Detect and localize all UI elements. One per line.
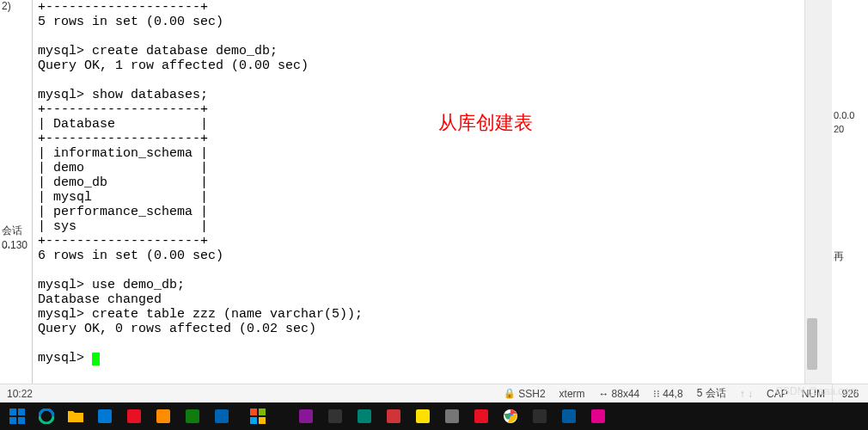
right-frag-3: 再 [834,249,844,264]
svg-rect-2 [9,417,16,424]
taskbar-windows-icon[interactable] [3,404,31,428]
svg-rect-16 [358,409,371,423]
svg-rect-0 [9,408,16,415]
taskbar-app-red2-icon[interactable] [380,404,407,428]
svg-rect-24 [562,409,576,423]
lock-icon: 🔒 [504,388,516,399]
taskbar-app-red-icon[interactable] [120,404,148,428]
taskbar-app-pink-icon[interactable] [584,404,612,428]
resize-icon: ↔ [599,388,609,400]
position-icon: ⁝⁝ [653,388,660,400]
right-frag-1: 0.0.0 [834,110,854,120]
svg-rect-6 [127,409,141,423]
red-annotation: 从库创建表 [438,110,533,136]
taskbar-app-teal-icon[interactable] [351,404,378,428]
taskbar-app-multi-icon[interactable] [244,404,272,428]
taskbar-app-red3-icon[interactable] [468,404,495,428]
svg-rect-25 [591,409,605,423]
svg-rect-23 [533,409,547,423]
right-frag-2: 20 [834,124,844,134]
svg-rect-10 [250,408,257,415]
taskbar-vscode-icon[interactable] [91,404,119,428]
watermark: CSDN @aaa.com [775,385,858,397]
taskbar-app-dark-icon[interactable] [526,404,553,428]
left-fragment-panel: 2) 会话 ... 0.130 [0,0,33,387]
svg-rect-3 [18,417,25,424]
svg-rect-5 [98,409,112,423]
svg-rect-17 [387,409,400,423]
svg-rect-12 [250,417,257,424]
status-time: 10:22 [0,388,40,400]
svg-rect-19 [445,409,459,423]
svg-rect-18 [416,409,430,423]
left-frag-ip: 0.130 [2,239,28,251]
status-session: 5 会话 [690,386,733,401]
svg-rect-9 [215,409,229,423]
taskbar-edge-icon[interactable] [33,404,60,428]
left-frag-1: 2) [2,0,11,12]
taskbar-app-yellow-icon[interactable] [409,404,437,428]
taskbar-app-blue2-icon[interactable] [555,404,583,428]
taskbar-app-green-icon[interactable] [179,404,206,428]
status-ssh: 🔒SSH2 [497,388,552,400]
status-bar: 10:22 🔒SSH2 xterm ↔ 88x44 ⁝⁝ 44,8 5 会话 ↑… [0,384,832,402]
svg-rect-7 [156,409,170,423]
svg-rect-1 [18,408,25,415]
taskbar-app-purple-icon[interactable] [292,404,320,428]
scrollbar-thumb[interactable] [807,318,817,370]
svg-rect-11 [259,408,266,415]
svg-rect-13 [259,417,266,424]
svg-rect-8 [186,409,199,423]
status-arrows[interactable]: ↑ ↓ [733,388,760,400]
svg-rect-20 [474,409,488,423]
taskbar-terminal-icon[interactable] [321,404,349,428]
taskbar-app-blue-icon[interactable] [208,404,235,428]
taskbar-app-grey-icon[interactable] [438,404,466,428]
svg-rect-14 [299,409,313,423]
right-fragment-panel: 0.0.0 20 再 [832,0,868,387]
taskbar-folder-icon[interactable] [62,404,89,428]
status-pos: ⁝⁝ 44,8 [646,388,689,400]
status-size: ↔ 88x44 [592,388,647,400]
terminal-output[interactable]: +--------------------+ 5 rows in set (0.… [33,0,815,387]
windows-taskbar[interactable] [0,402,868,430]
taskbar-chrome-icon[interactable] [497,404,524,428]
taskbar-app-orange-icon[interactable] [150,404,177,428]
svg-rect-15 [328,409,342,423]
cursor [92,353,100,366]
status-term: xterm [553,388,592,400]
terminal-scrollbar[interactable] [804,0,818,387]
